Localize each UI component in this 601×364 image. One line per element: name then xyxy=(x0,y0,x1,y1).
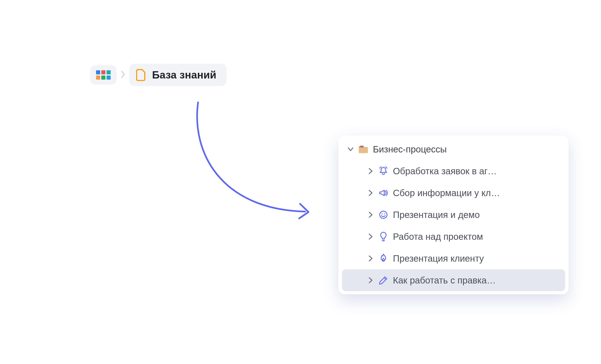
tree-group-label: Бизнес-процессы xyxy=(373,144,559,155)
svg-rect-1 xyxy=(362,146,364,148)
chevron-right-icon xyxy=(367,211,375,218)
tree-item-label: Презентация и демо xyxy=(393,210,555,220)
breadcrumb-label: База знаний xyxy=(152,69,217,81)
tree-item[interactable]: Сбор информации у кл… xyxy=(342,182,565,204)
tree-item[interactable]: Работа над проектом xyxy=(342,226,565,247)
chevron-right-icon xyxy=(367,189,375,196)
flame-icon xyxy=(377,253,390,264)
tree-item-label: Как работать с правка… xyxy=(393,275,555,285)
tree-item[interactable]: Презентация и демо xyxy=(342,204,565,226)
lightbulb-icon xyxy=(377,231,390,242)
chevron-right-icon xyxy=(367,277,375,284)
tree-item-label: Сбор информации у кл… xyxy=(393,188,555,198)
breadcrumb-separator-icon xyxy=(121,71,125,79)
megaphone-icon xyxy=(377,188,390,198)
chevron-right-icon xyxy=(367,255,375,262)
chevron-right-icon xyxy=(367,233,375,240)
file-icon xyxy=(136,69,146,81)
knowledge-tree-panel: Бизнес-процессы Обработка заявок в аг… xyxy=(338,135,569,294)
pointer-arrow-icon xyxy=(187,100,314,223)
bell-icon xyxy=(377,166,390,176)
tree-item[interactable]: Как работать с правка… xyxy=(342,269,565,291)
apps-grid-icon xyxy=(96,70,111,80)
tree-item-label: Обработка заявок в аг… xyxy=(393,166,555,176)
chevron-down-icon xyxy=(347,146,355,153)
tree-item-label: Презентация клиенту xyxy=(393,254,555,264)
tree-group-business-processes[interactable]: Бизнес-процессы xyxy=(338,138,569,160)
svg-point-3 xyxy=(381,213,383,215)
breadcrumb: База знаний xyxy=(90,64,227,86)
pencil-icon xyxy=(377,275,390,285)
chevron-right-icon xyxy=(367,168,375,175)
tree-item[interactable]: Презентация клиенту xyxy=(342,247,565,269)
svg-point-4 xyxy=(384,213,385,215)
tree-item[interactable]: Обработка заявок в аг… xyxy=(342,160,565,182)
svg-rect-0 xyxy=(360,146,362,148)
tree-item-label: Работа над проектом xyxy=(393,232,555,242)
folder-index-icon xyxy=(357,145,370,154)
svg-point-2 xyxy=(380,211,387,218)
smile-icon xyxy=(377,210,390,219)
knowledge-base-breadcrumb[interactable]: База знаний xyxy=(129,64,227,86)
apps-button[interactable] xyxy=(90,65,117,85)
